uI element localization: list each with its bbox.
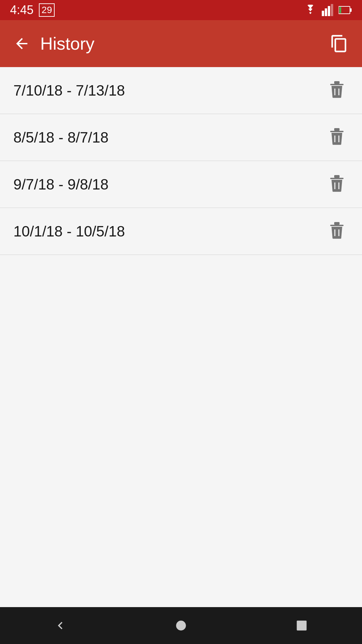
delete-button-1[interactable] [325,78,349,103]
nav-home-button[interactable] [164,615,198,636]
clipboard-icon [330,34,349,53]
nav-back-button[interactable] [43,615,78,636]
notification-badge: 29 [39,3,55,17]
trash-icon-1 [328,81,345,100]
nav-home-icon [174,618,188,633]
app-bar: History [0,20,362,67]
svg-point-23 [176,621,186,630]
status-time: 4:45 [10,3,34,17]
status-bar-right [304,4,352,16]
list-item[interactable]: 10/1/18 - 10/5/18 [0,208,362,255]
delete-button-4[interactable] [325,219,349,244]
clipboard-button[interactable] [326,31,352,56]
date-range-4: 10/1/18 - 10/5/18 [13,223,125,240]
back-button[interactable] [10,32,34,55]
svg-rect-5 [350,8,352,12]
status-bar-left: 4:45 29 [10,3,55,17]
status-bar: 4:45 29 [0,0,362,20]
svg-rect-24 [297,621,306,630]
svg-rect-16 [330,178,344,179]
svg-rect-3 [331,4,333,16]
svg-rect-8 [330,84,344,85]
wifi-icon [304,5,317,15]
signal-icon [322,4,334,16]
svg-rect-12 [330,131,344,132]
page-title: History [40,34,326,54]
list-item[interactable]: 7/10/18 - 7/13/18 [0,67,362,114]
trash-icon-4 [328,222,345,241]
bottom-navigation [0,607,362,644]
svg-rect-6 [339,7,341,13]
history-list: 7/10/18 - 7/13/18 8/5/18 - 8/7/18 9/7/18 [0,67,362,607]
back-arrow-icon [13,35,30,52]
svg-rect-15 [334,175,340,178]
nav-recent-button[interactable] [284,615,319,636]
trash-icon-2 [328,128,345,147]
list-item[interactable]: 8/5/18 - 8/7/18 [0,114,362,161]
trash-icon-3 [328,175,345,194]
svg-rect-1 [325,8,327,16]
svg-rect-19 [334,222,340,225]
delete-button-2[interactable] [325,125,349,150]
battery-icon [339,5,352,15]
date-range-3: 9/7/18 - 9/8/18 [13,176,109,193]
date-range-1: 7/10/18 - 7/13/18 [13,82,125,99]
list-item[interactable]: 9/7/18 - 9/8/18 [0,161,362,208]
delete-button-3[interactable] [325,172,349,197]
svg-rect-11 [334,128,340,131]
nav-recent-icon [294,618,309,633]
date-range-2: 8/5/18 - 8/7/18 [13,129,109,146]
svg-rect-0 [322,11,324,16]
svg-rect-7 [334,81,340,84]
svg-rect-2 [328,6,330,16]
nav-back-icon [53,618,68,633]
svg-rect-20 [330,225,344,226]
